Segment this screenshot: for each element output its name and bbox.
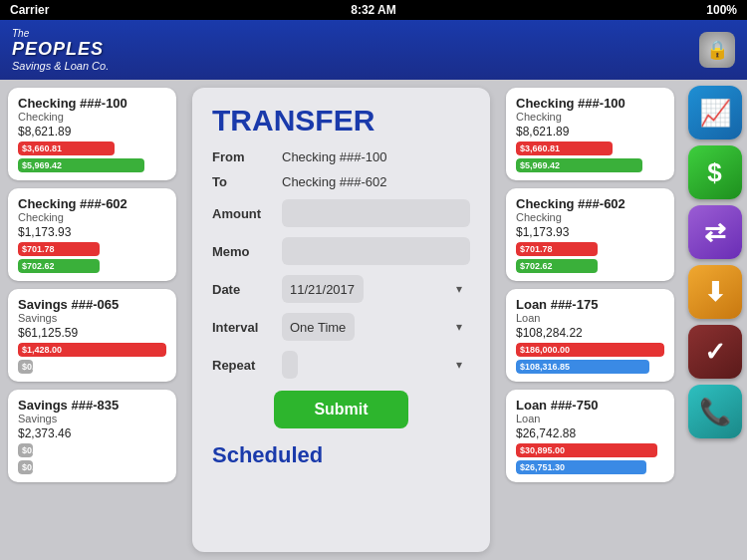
header-shield-icon[interactable]: 🔒 xyxy=(699,32,735,68)
date-select[interactable]: 11/21/2017 xyxy=(282,275,364,303)
memo-input[interactable] xyxy=(282,237,470,265)
account-name: Checking ###-100 xyxy=(18,96,166,111)
interval-label: Interval xyxy=(212,320,282,335)
from-value: Checking ###-100 xyxy=(282,149,470,164)
bar2-container: $702.62 xyxy=(516,259,664,273)
carrier-label: Carrier xyxy=(10,3,49,17)
date-select-wrapper: 11/21/2017 xyxy=(282,275,470,303)
contact-icon-symbol: 📞 xyxy=(699,397,731,427)
submit-button[interactable]: Submit xyxy=(274,391,407,428)
repeat-row: Repeat xyxy=(212,351,470,379)
battery-label: 100% xyxy=(706,3,737,17)
bar1-container: $0.00 xyxy=(18,443,166,457)
account-name: Checking ###-100 xyxy=(516,96,664,111)
memo-row: Memo xyxy=(212,237,470,265)
shield-icon: 🔒 xyxy=(706,39,728,61)
account-balance: $1,173.93 xyxy=(18,225,166,239)
stats-icon[interactable]: 📈 xyxy=(688,86,742,140)
account-type: Savings xyxy=(18,413,166,424)
bar2: $0.00 xyxy=(18,360,33,374)
date-row: Date 11/21/2017 xyxy=(212,275,470,303)
left-accounts-panel: Checking ###-100 Checking $8,621.89 $3,6… xyxy=(0,80,184,560)
account-type: Loan xyxy=(516,413,664,424)
account-card[interactable]: Savings ###-835 Savings $2,373.46 $0.00 … xyxy=(8,390,176,482)
account-card[interactable]: Loan ###-750 Loan $26,742.88 $30,895.00 … xyxy=(506,390,674,482)
account-card[interactable]: Savings ###-065 Savings $61,125.59 $1,42… xyxy=(8,289,176,382)
account-type: Savings xyxy=(18,312,166,324)
transfer-icon-symbol: ⇄ xyxy=(704,217,726,248)
amount-row: Amount xyxy=(212,199,470,227)
from-row: From Checking ###-100 xyxy=(212,149,470,164)
account-balance: $8,621.89 xyxy=(516,125,664,139)
bar2: $26,751.30 xyxy=(516,460,646,474)
check-icon-symbol: ✓ xyxy=(704,337,726,368)
to-row: To Checking ###-602 xyxy=(212,174,470,189)
deposit-icon[interactable]: ⬇ xyxy=(688,265,742,319)
contact-icon[interactable]: 📞 xyxy=(688,385,742,438)
logo-sub: Savings & Loan Co. xyxy=(12,60,109,72)
bar1: $3,660.81 xyxy=(18,141,115,155)
to-value: Checking ###-602 xyxy=(282,174,470,189)
transfer-title: TRANSFER xyxy=(212,104,470,138)
transfer-icon[interactable]: ⇄ xyxy=(688,205,742,259)
account-name: Checking ###-602 xyxy=(516,196,664,211)
interval-select[interactable]: One TimeWeeklyMonthlyYearly xyxy=(282,313,355,341)
account-balance: $108,284.22 xyxy=(516,326,664,340)
to-label: To xyxy=(212,174,282,189)
bar2: $702.62 xyxy=(18,259,100,273)
bar2-container: $0.00 xyxy=(18,360,166,374)
account-type: Checking xyxy=(18,211,166,223)
bar2-container: $0.00 xyxy=(18,460,166,474)
account-name: Savings ###-835 xyxy=(18,398,166,413)
bar1-container: $1,428.00 xyxy=(18,343,166,357)
transfer-panel: TRANSFER From Checking ###-100 To Checki… xyxy=(192,88,490,552)
bar1-container: $3,660.81 xyxy=(18,141,166,155)
deposit-icon-symbol: ⬇ xyxy=(704,277,726,308)
bar2: $0.00 xyxy=(18,460,33,474)
bar1: $1,428.00 xyxy=(18,343,166,357)
logo-main: PEOPLES xyxy=(12,39,109,60)
bar1-container: $30,895.00 xyxy=(516,443,664,457)
bar1-container: $701.78 xyxy=(18,242,166,256)
account-balance: $1,173.93 xyxy=(516,225,664,239)
amount-input[interactable] xyxy=(282,199,470,227)
header: The PEOPLES Savings & Loan Co. 🔒 xyxy=(0,20,747,80)
dollar-icon-symbol: $ xyxy=(707,157,721,188)
check-icon[interactable]: ✓ xyxy=(688,325,742,379)
status-bar: Carrier 8:32 AM 100% xyxy=(0,0,747,20)
account-card[interactable]: Checking ###-602 Checking $1,173.93 $701… xyxy=(8,188,176,281)
bar2-container: $5,969.42 xyxy=(516,158,664,172)
from-label: From xyxy=(212,149,282,164)
bar2-container: $702.62 xyxy=(18,259,166,273)
account-name: Loan ###-175 xyxy=(516,297,664,312)
account-name: Loan ###-750 xyxy=(516,398,664,413)
account-card[interactable]: Checking ###-100 Checking $8,621.89 $3,6… xyxy=(8,88,176,180)
repeat-label: Repeat xyxy=(212,358,282,373)
bar1-container: $3,660.81 xyxy=(516,141,664,155)
account-name: Savings ###-065 xyxy=(18,297,166,312)
account-card[interactable]: Checking ###-602 Checking $1,173.93 $701… xyxy=(506,188,674,281)
bar1: $30,895.00 xyxy=(516,443,657,457)
bar2: $5,969.42 xyxy=(18,158,144,172)
account-type: Checking xyxy=(516,111,664,123)
interval-select-wrapper: One TimeWeeklyMonthlyYearly xyxy=(282,313,470,341)
bar1: $701.78 xyxy=(18,242,100,256)
logo: The PEOPLES Savings & Loan Co. xyxy=(12,28,109,72)
dollar-icon[interactable]: $ xyxy=(688,145,742,199)
repeat-select-wrapper xyxy=(282,351,470,379)
account-card[interactable]: Checking ###-100 Checking $8,621.89 $3,6… xyxy=(506,88,674,180)
bar1: $186,000.00 xyxy=(516,343,664,357)
sidebar-icons: 📈 $ ⇄ ⬇ ✓ 📞 xyxy=(682,80,747,560)
account-balance: $61,125.59 xyxy=(18,326,166,340)
repeat-select[interactable] xyxy=(282,351,298,379)
main-layout: Checking ###-100 Checking $8,621.89 $3,6… xyxy=(0,80,747,560)
amount-label: Amount xyxy=(212,206,282,221)
memo-label: Memo xyxy=(212,244,282,259)
bar2-container: $26,751.30 xyxy=(516,460,664,474)
bar2-container: $5,969.42 xyxy=(18,158,166,172)
account-card[interactable]: Loan ###-175 Loan $108,284.22 $186,000.0… xyxy=(506,289,674,382)
account-balance: $8,621.89 xyxy=(18,125,166,139)
logo-top: The xyxy=(12,28,109,39)
bar2: $5,969.42 xyxy=(516,158,642,172)
bar1: $701.78 xyxy=(516,242,598,256)
